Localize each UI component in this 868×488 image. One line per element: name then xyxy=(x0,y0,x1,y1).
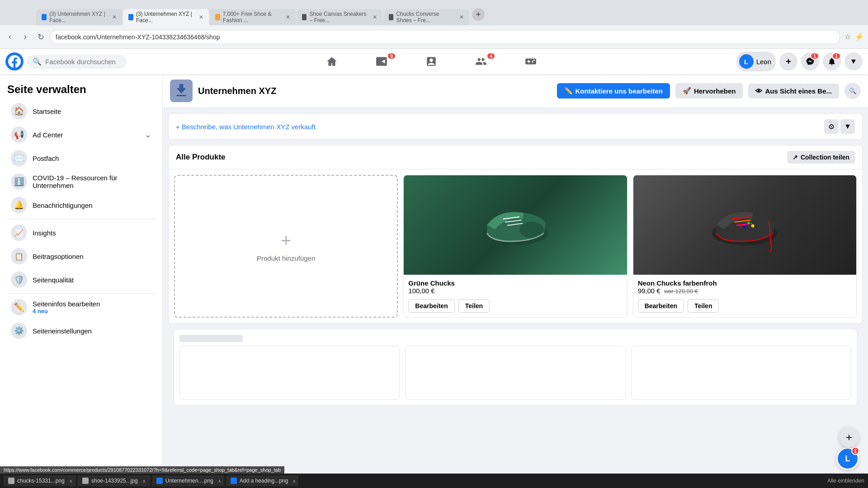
top-combined: (3) Unternehmen XYZ | Face... ✕ (3) Unte… xyxy=(0,0,868,74)
svg-point-9 xyxy=(739,223,742,226)
browser-tabs: (3) Unternehmen XYZ | Face... ✕ (3) Unte… xyxy=(36,0,485,25)
address-bar[interactable]: facebook.com/Unternehmen-XYZ-10433823463… xyxy=(50,30,840,44)
browser-back-btn[interactable]: ‹ xyxy=(4,31,16,43)
sidebar-icon-covid: ℹ️ xyxy=(11,174,27,190)
loading-card-3 xyxy=(631,346,851,400)
page-header: Unternehmen XYZ ✏️ Kontaktiere uns bearb… xyxy=(163,74,868,108)
view-as-btn[interactable]: 👁 Aus Sicht eines Be... xyxy=(748,84,839,99)
sidebar-icon-seiteneinstellungen: ⚙️ xyxy=(11,323,27,339)
messenger-btn[interactable]: 1 xyxy=(801,52,819,70)
sidebar-item-startseite[interactable]: 🏠 Startseite xyxy=(4,99,159,123)
settings-gear-btn[interactable]: ⚙ xyxy=(824,119,839,134)
sidebar-item-seitenqualitaet[interactable]: 🛡️ Seitenqualität xyxy=(4,268,159,291)
nav-home[interactable] xyxy=(307,51,356,72)
chat-bubble[interactable]: L 1 xyxy=(836,447,859,470)
describe-link[interactable]: + Beschreibe, was Unternehmen XYZ verkau… xyxy=(176,123,316,131)
plus-menu-btn[interactable]: + xyxy=(779,52,797,70)
sidebar-icon-startseite: 🏠 xyxy=(11,103,27,119)
product-info-2: Neon Chucks farbenfroh 99,00 € war 120,0… xyxy=(633,275,856,299)
add-product-card[interactable]: + Produkt hinzufügen xyxy=(174,175,398,318)
tab-favicon-3 xyxy=(215,14,220,20)
notifications-btn[interactable]: 1 xyxy=(823,52,841,70)
tab-close-1[interactable]: ✕ xyxy=(112,14,117,20)
search-input[interactable] xyxy=(45,58,121,66)
nav-watch[interactable]: 9 xyxy=(357,51,406,72)
loading-grid xyxy=(179,346,851,400)
add-product-label: Produkt hinzufügen xyxy=(257,254,315,262)
edit-btn-green[interactable]: Bearbeiten xyxy=(408,299,454,313)
search-icon: 🔍 xyxy=(849,88,857,94)
browser-tab-1[interactable]: (3) Unternehmen XYZ | Face... ✕ xyxy=(36,9,122,25)
sidebar-icon-insights: 📈 xyxy=(11,225,27,241)
nav-marketplace[interactable] xyxy=(407,51,456,72)
nav-right: L Leon + 1 1 ▼ xyxy=(736,52,863,71)
browser-tab-2[interactable]: (3) Unternehmen XYZ | Face... ✕ xyxy=(123,9,209,25)
sidebar-item-beitragsoptionen[interactable]: 📋 Beitragsoptionen xyxy=(4,244,159,268)
sidebar-item-seiteninfos[interactable]: ✏️ Seiteninfos bearbeiten 4 neu xyxy=(4,296,159,319)
browser-tab-4[interactable]: Shoe Canvas Sneakers – Free... ✕ xyxy=(297,9,382,25)
browser-refresh-btn[interactable]: ↻ xyxy=(34,31,47,43)
eye-icon: 👁 xyxy=(755,87,762,95)
browser-tab-5[interactable]: Chucks Converse Shoes – Fre... ✕ xyxy=(383,9,469,25)
extensions-icon[interactable]: ⚡ xyxy=(854,32,864,42)
page-search-btn[interactable]: 🔍 xyxy=(844,83,861,99)
tab-close-5[interactable]: ✕ xyxy=(459,14,464,20)
sidebar-item-postfach[interactable]: ✉️ Postfach xyxy=(4,146,159,170)
nav-gaming[interactable] xyxy=(506,51,555,72)
facebook-search-bar[interactable]: 🔍 xyxy=(27,55,127,69)
tab-close-2[interactable]: ✕ xyxy=(199,14,203,20)
browser-tab-3[interactable]: 7,000+ Free Shoe & Fashion ... ✕ xyxy=(210,9,296,25)
share-btn-neon[interactable]: Teilen xyxy=(688,299,719,313)
sidebar-item-insights[interactable]: 📈 Insights xyxy=(4,221,159,244)
page-icon xyxy=(170,80,193,102)
star-icon[interactable]: ☆ xyxy=(843,32,853,42)
edit-btn-neon[interactable]: Bearbeiten xyxy=(638,299,684,313)
sidebar-divider-1 xyxy=(7,219,155,219)
sidebar-icon-seiteninfos: ✏️ xyxy=(11,299,27,315)
sidebar-label-startseite: Startseite xyxy=(33,108,151,115)
settings-dropdown-btn[interactable]: ▼ xyxy=(840,119,855,134)
product-actions-2: Bearbeiten Teilen xyxy=(633,299,856,317)
user-avatar: L xyxy=(739,54,754,69)
app-wrapper: Seite verwalten 🏠 Startseite 📢 Ad Center… xyxy=(0,74,868,474)
neon-shoe-svg xyxy=(704,193,785,257)
browser-chrome-bar: (3) Unternehmen XYZ | Face... ✕ (3) Unte… xyxy=(0,0,868,25)
sidebar-item-seiteneinstellungen[interactable]: ⚙️ Seiteneinstellungen xyxy=(4,319,159,343)
svg-point-11 xyxy=(744,226,746,228)
account-menu-btn[interactable]: ▼ xyxy=(844,52,863,70)
loading-card-1 xyxy=(179,346,400,400)
seiteninfos-text-group: Seiteninfos bearbeiten 4 neu xyxy=(33,300,151,314)
sidebar-label-benachrichtigungen: Benachrichtigungen xyxy=(33,202,151,209)
sidebar-label-ad-center: Ad Center xyxy=(33,131,139,139)
sidebar-item-ad-center[interactable]: 📢 Ad Center ⌄ xyxy=(4,123,159,146)
browser-forward-btn[interactable]: › xyxy=(19,31,32,43)
sidebar-item-benachrichtigungen[interactable]: 🔔 Benachrichtigungen xyxy=(4,193,159,217)
tab-label-5: Chucks Converse Shoes – Fre... xyxy=(396,11,455,23)
contact-edit-btn[interactable]: ✏️ Kontaktiere uns bearbeiten xyxy=(557,83,670,99)
hervorheben-btn[interactable]: 🚀 Hervorheben xyxy=(675,83,743,99)
page-name: Unternehmen XYZ xyxy=(198,86,552,96)
search-icon: 🔍 xyxy=(33,57,42,66)
groups-badge: 4 xyxy=(486,52,495,60)
sidebar-label-insights: Insights xyxy=(33,229,151,237)
ad-center-chevron: ⌄ xyxy=(145,130,151,140)
sidebar-icon-postfach: ✉️ xyxy=(11,150,27,166)
new-tab-button[interactable]: + xyxy=(472,8,485,21)
sidebar-label-seiteneinstellungen: Seiteneinstellungen xyxy=(33,327,151,335)
address-text: facebook.com/Unternehmen-XYZ-10433823463… xyxy=(56,33,220,41)
products-header: Alle Produkte ↗ Collection teilen xyxy=(169,145,862,169)
sidebar-label-seitenqualitaet: Seitenqualität xyxy=(33,276,151,284)
product-image-neon xyxy=(633,175,856,275)
sidebar-item-covid[interactable]: ℹ️ COVID-19 – Ressourcen für Unternehmen xyxy=(4,170,159,193)
tab-close-3[interactable]: ✕ xyxy=(286,14,290,20)
chat-badge: 1 xyxy=(851,447,859,455)
tab-close-4[interactable]: ✕ xyxy=(373,14,377,20)
chat-avatar[interactable]: L 1 xyxy=(836,447,859,470)
user-profile-btn[interactable]: L Leon xyxy=(736,52,776,71)
product-price-2: 99,00 € war 120,00 € xyxy=(638,287,852,295)
collection-share-btn[interactable]: ↗ Collection teilen xyxy=(787,151,855,164)
fab-button[interactable]: + xyxy=(839,427,859,447)
product-name-1: Grüne Chucks xyxy=(408,279,622,287)
share-btn-green[interactable]: Teilen xyxy=(458,299,490,313)
nav-groups[interactable]: 4 xyxy=(457,51,505,72)
